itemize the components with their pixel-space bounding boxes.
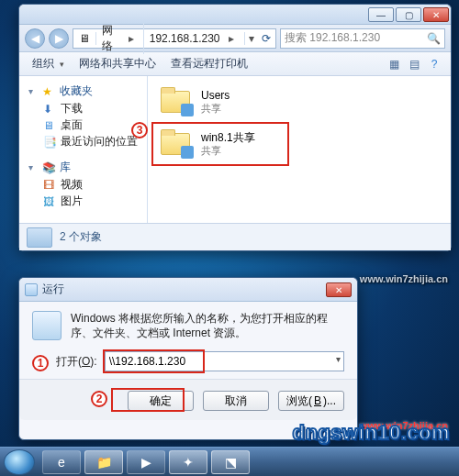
sidebar-item-desktop[interactable]: 🖥 桌面 xyxy=(43,117,143,133)
help-button[interactable]: ? xyxy=(425,55,443,73)
sidebar-desktop-label: 桌面 xyxy=(61,117,83,133)
sidebar-downloads-label: 下载 xyxy=(61,101,83,116)
folder-users[interactable]: Users 共享 xyxy=(155,83,339,120)
search-input[interactable]: 搜索 192.168.1.230 🔍 xyxy=(280,28,445,49)
run-dialog: 运行 ✕ Windows 将根据您所输入的名称，为您打开相应的程序、文件夹、文档… xyxy=(18,277,358,440)
watermark-text: dngswin10.com xyxy=(292,421,450,445)
refresh-button[interactable]: ⟳ xyxy=(258,32,275,45)
nav-sidebar: ▾ ★ 收藏夹 ⬇ 下载 🖥 桌面 📑 最近访问的位置 ▾ 📚 库 xyxy=(19,76,148,223)
cancel-button[interactable]: 取消 xyxy=(203,391,269,411)
sidebar-recent-label: 最近访问的位置 xyxy=(61,134,138,149)
sidebar-libraries[interactable]: ▾ 📚 库 xyxy=(28,160,143,175)
run-description: Windows 将根据您所输入的名称，为您打开相应的程序、文件夹、文档或 Int… xyxy=(71,311,344,340)
taskbar: e 📁 ▶ ✦ ⬔ xyxy=(0,447,459,476)
command-bar: 组织 网络和共享中心 查看远程打印机 ▦ ▤ ? xyxy=(19,52,451,76)
run-icon xyxy=(25,283,38,296)
chevron-right-icon[interactable]: ▸ xyxy=(125,32,138,45)
star-icon: ★ xyxy=(42,85,55,98)
crumb-network[interactable]: 网络 ▸ xyxy=(96,23,144,54)
browse-button[interactable]: 浏览(B)... xyxy=(278,391,344,411)
sidebar-favorites-label: 收藏夹 xyxy=(60,83,93,99)
shared-folder-icon xyxy=(159,87,194,116)
crumb-computer-icon[interactable]: 🖥 xyxy=(73,32,96,45)
maximize-button[interactable]: ▢ xyxy=(396,7,421,22)
preview-pane-button[interactable]: ▤ xyxy=(405,55,423,73)
sidebar-videos-label: 视频 xyxy=(61,177,83,193)
folder-users-name: Users xyxy=(201,89,230,102)
computer-icon xyxy=(27,227,52,248)
sidebar-favorites[interactable]: ▾ ★ 收藏夹 xyxy=(28,83,143,99)
annotation-badge-3: 3 xyxy=(131,122,148,138)
nav-forward-button[interactable]: ▶ xyxy=(49,28,69,49)
sidebar-item-videos[interactable]: 🎞 视频 xyxy=(43,177,143,193)
run-app-icon xyxy=(32,311,62,340)
annotation-badge-1: 1 xyxy=(32,355,49,371)
minimize-button[interactable]: — xyxy=(368,7,394,22)
recent-icon: 📑 xyxy=(43,136,56,149)
folder-users-sub: 共享 xyxy=(201,102,230,116)
open-label: 打开(O): xyxy=(56,354,97,370)
taskbar-media-player[interactable]: ▶ xyxy=(127,450,165,474)
address-dropdown[interactable]: ▾ xyxy=(245,32,258,45)
crumb-ip[interactable]: 192.168.1.230 ▸ xyxy=(144,32,245,45)
taskbar-app[interactable]: ⬔ xyxy=(211,450,250,474)
address-bar[interactable]: 🖥 网络 ▸ 192.168.1.230 ▸ ▾ ⟳ xyxy=(73,28,276,49)
sidebar-item-pictures[interactable]: 🖼 图片 xyxy=(43,194,143,209)
library-icon: 📚 xyxy=(42,161,55,174)
download-icon: ⬇ xyxy=(43,103,56,116)
desktop-icon: 🖥 xyxy=(43,119,56,132)
nav-bar: ◀ ▶ 🖥 网络 ▸ 192.168.1.230 ▸ ▾ ⟳ 搜索 192.16… xyxy=(19,25,451,52)
crumb-ip-label: 192.168.1.230 xyxy=(150,32,220,45)
watermark-text: www.win7zhijia.cn xyxy=(360,273,448,284)
organize-menu[interactable]: 组织 xyxy=(27,54,70,73)
close-button[interactable]: ✕ xyxy=(423,7,449,22)
file-list: Users 共享 win8.1共享 共享 3 xyxy=(148,76,451,223)
search-icon: 🔍 xyxy=(427,32,441,45)
shared-folder-icon xyxy=(159,129,194,159)
sidebar-libraries-label: 库 xyxy=(60,160,71,175)
annotation-badge-2: 2 xyxy=(91,391,107,407)
sidebar-item-recent[interactable]: 📑 最近访问的位置 xyxy=(43,134,143,149)
run-title: 运行 xyxy=(42,282,64,297)
nav-back-button[interactable]: ◀ xyxy=(25,28,45,49)
titlebar: — ▢ ✕ xyxy=(19,5,451,25)
annotation-box-2 xyxy=(111,388,185,412)
view-mode-button[interactable]: ▦ xyxy=(385,55,403,73)
status-bar: 2 个对象 xyxy=(19,223,451,250)
explorer-window: — ▢ ✕ ◀ ▶ 🖥 网络 ▸ 192.168.1.230 ▸ ▾ ⟳ 搜索 … xyxy=(18,4,452,251)
network-center-button[interactable]: 网络和共享中心 xyxy=(73,54,162,73)
crumb-network-label: 网络 xyxy=(102,23,121,54)
sidebar-pictures-label: 图片 xyxy=(61,194,83,209)
taskbar-app[interactable]: ✦ xyxy=(169,450,207,474)
chevron-right-icon[interactable]: ▸ xyxy=(224,32,239,45)
view-remote-printers-button[interactable]: 查看远程打印机 xyxy=(165,54,253,73)
run-button-row: 2 确定 取消 浏览(B)... xyxy=(19,379,357,420)
search-placeholder: 搜索 192.168.1.230 xyxy=(285,30,380,46)
collapse-icon: ▾ xyxy=(28,162,38,172)
taskbar-explorer[interactable]: 📁 xyxy=(84,450,123,474)
folder-win81-share[interactable]: win8.1共享 共享 xyxy=(155,126,339,162)
sidebar-item-downloads[interactable]: ⬇ 下载 xyxy=(43,101,143,116)
taskbar-ie[interactable]: e xyxy=(42,450,81,474)
picture-icon: 🖼 xyxy=(43,195,56,208)
start-button[interactable] xyxy=(4,449,35,475)
run-titlebar: 运行 ✕ xyxy=(19,278,357,302)
annotation-box-1 xyxy=(103,349,205,373)
status-text: 2 个对象 xyxy=(60,229,102,245)
open-combobox[interactable] xyxy=(105,351,344,371)
close-button[interactable]: ✕ xyxy=(326,282,352,297)
video-icon: 🎞 xyxy=(43,179,56,192)
collapse-icon: ▾ xyxy=(28,86,38,96)
